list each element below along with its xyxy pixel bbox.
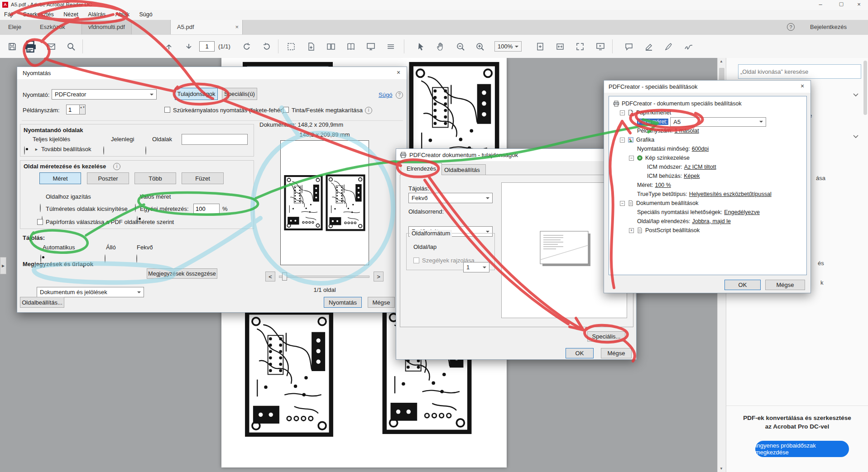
- sign-in-button[interactable]: Bejelentkezés: [810, 24, 847, 30]
- preview-slider-handle[interactable]: [282, 272, 287, 281]
- preview-slider-track[interactable]: [279, 276, 369, 278]
- print-button[interactable]: Nyomtatás: [324, 297, 362, 308]
- chevron-down-icon[interactable]: [852, 133, 859, 140]
- stepper-down-icon[interactable]: ▼: [82, 106, 85, 109]
- orientation-select[interactable]: Fekvő: [408, 193, 493, 203]
- menu-file[interactable]: Fájl: [0, 10, 17, 19]
- paper-source-checkbox[interactable]: [37, 219, 43, 225]
- tab-paper-quality[interactable]: Oldalbeállítás: [438, 164, 486, 175]
- print-icon[interactable]: [23, 39, 38, 54]
- free-trial-button[interactable]: Ingyenes próbaidőszak megkezdése: [755, 441, 849, 457]
- hand-tool-icon[interactable]: [435, 41, 446, 52]
- tree-value[interactable]: Engedélyezve: [724, 209, 760, 215]
- booklet-button[interactable]: Füzet: [182, 172, 224, 184]
- tab-close-icon[interactable]: ×: [235, 20, 239, 34]
- copies-input[interactable]: [66, 105, 80, 114]
- tree-item-graphics[interactable]: − Grafika: [609, 135, 806, 144]
- tree-item-truetype-font[interactable]: TrueType betűtípus: Helyettesítés eszköz…: [609, 190, 806, 199]
- tree-value[interactable]: 1 másolat: [675, 128, 699, 134]
- tree-value[interactable]: 600dpi: [692, 146, 709, 152]
- zoom-out-icon[interactable]: [455, 41, 466, 52]
- copies-stepper[interactable]: ▲▼: [80, 105, 86, 114]
- rotate-ccw-icon[interactable]: [241, 41, 253, 52]
- size-button[interactable]: Méret: [39, 172, 81, 184]
- previous-page-icon[interactable]: [163, 41, 175, 52]
- page-range-input[interactable]: [182, 134, 248, 145]
- email-icon[interactable]: [45, 41, 57, 52]
- zoom-in-icon[interactable]: [474, 41, 486, 52]
- cancel-button[interactable]: Mégse: [765, 280, 805, 290]
- zoom-level-select[interactable]: 100%: [494, 41, 522, 52]
- props-dialog-titlebar[interactable]: PDFCreator dokumentum - tulajdonságok: [396, 149, 636, 161]
- advanced-dialog-titlebar[interactable]: PDFCreator - speciális beállítások: [604, 81, 810, 93]
- draw-borders-checkbox[interactable]: [413, 257, 419, 263]
- signature-icon[interactable]: [683, 41, 695, 52]
- all-pages-radio[interactable]: [24, 146, 25, 155]
- comment-icon[interactable]: [623, 41, 635, 52]
- tree-item-scaling[interactable]: Méret: 100 %: [609, 181, 806, 190]
- tree-value[interactable]: Képek: [684, 173, 700, 179]
- collapse-icon[interactable]: −: [620, 201, 625, 206]
- tree-item-paper-size[interactable]: Papírméret: A5: [609, 117, 806, 126]
- tree-value[interactable]: Jobbra, majd le: [692, 218, 730, 224]
- preview-next-button[interactable]: >: [374, 272, 384, 281]
- help-info-icon[interactable]: ?: [396, 91, 403, 99]
- page-number-input[interactable]: [199, 41, 215, 52]
- tree-item-color-management[interactable]: − Kép színkezelése: [609, 153, 806, 162]
- tree-item-icm-method[interactable]: ICM módszer: Az ICM tiltott: [609, 162, 806, 172]
- rotate-cw-icon[interactable]: [261, 41, 273, 52]
- current-page-radio[interactable]: [103, 146, 104, 155]
- print-dialog-titlebar[interactable]: Nyomtatás: [17, 67, 407, 79]
- menu-view[interactable]: Nézet: [59, 10, 82, 19]
- expand-view-icon[interactable]: [574, 41, 586, 52]
- more-settings-icon[interactable]: ►: [34, 147, 38, 152]
- menu-help[interactable]: Súgó: [135, 10, 157, 19]
- menu-window[interactable]: Ablak: [111, 10, 134, 19]
- poster-button[interactable]: Poszter: [87, 172, 129, 184]
- tree-item-icm-intent[interactable]: ICM behúzás: Képek: [609, 172, 806, 181]
- advanced-settings-button[interactable]: Speciális...: [587, 331, 625, 342]
- help-icon[interactable]: ?: [787, 23, 795, 31]
- ok-button[interactable]: OK: [724, 280, 761, 290]
- expand-icon[interactable]: +: [629, 228, 634, 233]
- fit-width-icon[interactable]: [554, 41, 566, 52]
- help-link[interactable]: Súgó: [379, 91, 392, 98]
- chevron-down-icon[interactable]: [852, 91, 859, 99]
- tree-item-advanced-printing[interactable]: Speciális nyomtatási lehetőségek: Engedé…: [609, 208, 806, 217]
- close-icon[interactable]: ×: [798, 82, 807, 90]
- page-setup-button[interactable]: Oldalbeállítás...: [20, 297, 64, 308]
- multiple-button[interactable]: Több: [134, 172, 176, 184]
- comments-select[interactable]: Dokumentum és jelölések: [37, 287, 144, 297]
- landscape-radio[interactable]: [136, 254, 137, 263]
- tree-item-copy-count[interactable]: Példányszám: 1 másolat: [609, 126, 806, 135]
- collapse-icon[interactable]: −: [620, 138, 625, 143]
- fit-page-icon[interactable]: [534, 41, 546, 52]
- close-icon[interactable]: ×: [394, 69, 403, 76]
- doc-tab-a5[interactable]: A5.pdf ×: [170, 20, 243, 34]
- search-icon[interactable]: [65, 41, 77, 52]
- fill-sign-icon[interactable]: [663, 41, 675, 52]
- custom-scale-input[interactable]: [193, 204, 220, 214]
- tree-item-paper-output[interactable]: − Papír/kimenet: [609, 108, 806, 117]
- split-view-icon[interactable]: [325, 41, 337, 52]
- sizing-info-icon[interactable]: i: [113, 163, 120, 170]
- add-page-icon[interactable]: [305, 41, 317, 52]
- tab-home[interactable]: Eleje: [8, 24, 21, 30]
- select-tool-icon[interactable]: [415, 41, 427, 52]
- grayscale-checkbox[interactable]: [164, 107, 170, 113]
- page-range-radio[interactable]: [145, 146, 146, 155]
- ink-saver-checkbox[interactable]: [283, 107, 289, 113]
- snapshot-icon[interactable]: [285, 41, 297, 52]
- fit-radio[interactable]: [40, 204, 41, 212]
- scroll-down-icon[interactable]: ▼: [719, 467, 723, 471]
- tree-item-print-quality[interactable]: Nyomtatási minőség: 600dpi: [609, 144, 806, 153]
- advanced-button[interactable]: Speciális(ú): [222, 88, 257, 100]
- tree-value[interactable]: 100 %: [655, 182, 671, 188]
- minimize-icon[interactable]: –: [811, 1, 830, 8]
- doc-tab-vfdnomulti[interactable]: vfdnomulti.pdf: [82, 20, 132, 34]
- tree-item-pages-per-sheet-layout[interactable]: Oldal/lap elrendezés: Jobbra, majd le: [609, 217, 806, 226]
- two-page-view-icon[interactable]: [345, 41, 357, 52]
- tree-value[interactable]: Az ICM tiltott: [684, 164, 716, 170]
- tab-layout[interactable]: Elrendezés: [401, 163, 442, 175]
- collapse-icon[interactable]: −: [620, 110, 625, 115]
